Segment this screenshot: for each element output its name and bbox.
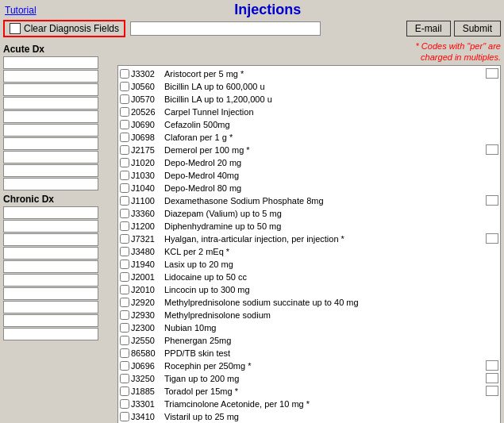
injection-checkbox-18[interactable] bbox=[120, 298, 129, 307]
table-row: 20526Carpel Tunnel Injection bbox=[120, 106, 498, 118]
injection-code: J0570 bbox=[131, 93, 164, 106]
injection-code: J0698 bbox=[131, 131, 164, 144]
injection-checkbox-8[interactable] bbox=[120, 171, 129, 180]
injection-checkbox-0[interactable] bbox=[120, 69, 129, 79]
injection-code: J3360 bbox=[131, 207, 164, 220]
injection-checkbox-22[interactable] bbox=[120, 348, 129, 358]
injection-checkbox-13[interactable] bbox=[120, 234, 129, 244]
clear-diagnosis-button[interactable]: Clear Diagnosis Fields bbox=[3, 20, 125, 37]
injection-code: J0696 bbox=[131, 360, 164, 372]
injection-checkbox-19[interactable] bbox=[120, 310, 129, 320]
table-row: J1030Depo-Medrol 40mg bbox=[120, 169, 498, 182]
table-row: J1940Lasix up to 20 mg bbox=[120, 258, 498, 271]
injection-checkbox-25[interactable] bbox=[120, 386, 129, 396]
table-row: J0696Rocephin per 250mg * bbox=[120, 360, 498, 372]
injection-code: J0690 bbox=[131, 118, 164, 131]
injection-checkbox-12[interactable] bbox=[120, 221, 129, 231]
acute-dx-field-2[interactable] bbox=[3, 70, 98, 83]
acute-dx-field-3[interactable] bbox=[3, 83, 98, 96]
submit-button[interactable]: Submit bbox=[454, 21, 501, 37]
chronic-dx-field-2[interactable] bbox=[3, 220, 98, 233]
acute-dx-field-7[interactable] bbox=[3, 137, 98, 150]
injection-code: 20526 bbox=[131, 106, 164, 118]
chronic-dx-field-1[interactable] bbox=[3, 206, 98, 219]
injection-checkbox-15[interactable] bbox=[120, 260, 129, 269]
chronic-dx-label: Chronic Dx bbox=[3, 194, 114, 205]
table-row: J2920Methylprednisolone sodium succinate… bbox=[120, 296, 498, 309]
injection-checkbox-21[interactable] bbox=[120, 336, 129, 345]
injection-qty-25[interactable] bbox=[486, 386, 498, 396]
injection-checkbox-20[interactable] bbox=[120, 323, 129, 333]
chronic-dx-field-8[interactable] bbox=[3, 301, 98, 313]
injection-checkbox-1[interactable] bbox=[120, 82, 129, 91]
injection-checkbox-16[interactable] bbox=[120, 272, 129, 282]
injection-qty-13[interactable] bbox=[486, 233, 498, 244]
injection-desc: Toradol per 15mg * bbox=[164, 385, 484, 398]
injection-desc: Depo-Medrol 40mg bbox=[164, 169, 498, 182]
injection-checkbox-26[interactable] bbox=[120, 399, 129, 409]
table-row: J2550Phenergan 25mg bbox=[120, 334, 498, 347]
injection-qty-6[interactable] bbox=[486, 144, 498, 155]
injection-code: J0560 bbox=[131, 80, 164, 93]
acute-dx-field-1[interactable] bbox=[3, 56, 98, 69]
injection-code: J3301 bbox=[131, 398, 164, 410]
injection-code: J1030 bbox=[131, 169, 164, 182]
search-input[interactable] bbox=[130, 21, 321, 36]
table-row: J1200Diphenhydramine up to 50 mg bbox=[120, 220, 498, 233]
chronic-dx-field-4[interactable] bbox=[3, 247, 98, 260]
table-row: J1100Dexamethasone Sodium Phosphate 8mg bbox=[120, 194, 498, 207]
tutorial-link[interactable]: Tutorial bbox=[5, 5, 37, 16]
injection-checkbox-24[interactable] bbox=[120, 374, 129, 383]
injection-checkbox-17[interactable] bbox=[120, 285, 129, 294]
table-row: J7321Hyalgan, intra-articular injection,… bbox=[120, 233, 498, 245]
table-row: J2175Demerol per 100 mg * bbox=[120, 144, 498, 156]
acute-dx-field-8[interactable] bbox=[3, 151, 98, 163]
injection-checkbox-9[interactable] bbox=[120, 183, 129, 193]
injection-code: J2550 bbox=[131, 334, 164, 347]
injection-desc: Carpel Tunnel Injection bbox=[164, 106, 498, 118]
injection-desc: Diazepam (Valium) up to 5 mg bbox=[164, 207, 498, 220]
injection-checkbox-4[interactable] bbox=[120, 120, 129, 129]
injection-code: J1885 bbox=[131, 385, 164, 398]
injection-code: J2920 bbox=[131, 296, 164, 309]
injection-checkbox-23[interactable] bbox=[120, 361, 129, 371]
chronic-dx-field-5[interactable] bbox=[3, 260, 98, 273]
table-row: J3250Tigan up to 200 mg bbox=[120, 372, 498, 385]
injection-qty-10[interactable] bbox=[486, 195, 498, 206]
injection-desc: Lidocaine up to 50 cc bbox=[164, 271, 498, 283]
table-row: J3360Diazepam (Valium) up to 5 mg bbox=[120, 207, 498, 220]
injection-checkbox-3[interactable] bbox=[120, 107, 129, 117]
injection-qty-23[interactable] bbox=[486, 360, 498, 371]
injection-checkbox-27[interactable] bbox=[120, 412, 129, 421]
acute-dx-field-10[interactable] bbox=[3, 178, 98, 190]
injection-desc: Nubian 10mg bbox=[164, 321, 498, 334]
injection-code: J1100 bbox=[131, 194, 164, 207]
injection-checkbox-2[interactable] bbox=[120, 94, 129, 104]
injection-code: J7321 bbox=[131, 233, 164, 245]
acute-dx-field-6[interactable] bbox=[3, 124, 98, 137]
injection-checkbox-6[interactable] bbox=[120, 145, 129, 155]
injection-desc: Tigan up to 200 mg bbox=[164, 372, 484, 385]
table-row: J3410Vistaril up to 25 mg bbox=[120, 410, 498, 423]
acute-dx-field-5[interactable] bbox=[3, 110, 98, 123]
chronic-dx-field-3[interactable] bbox=[3, 233, 98, 246]
injection-checkbox-14[interactable] bbox=[120, 247, 129, 256]
chronic-dx-field-7[interactable] bbox=[3, 287, 98, 300]
injection-checkbox-7[interactable] bbox=[120, 158, 129, 167]
injection-code: J3480 bbox=[131, 245, 164, 258]
table-row: J2930Methylprednisolone sodium bbox=[120, 309, 498, 321]
email-button[interactable]: E-mail bbox=[406, 21, 451, 37]
injection-qty-24[interactable] bbox=[486, 373, 498, 383]
injection-checkbox-5[interactable] bbox=[120, 133, 129, 142]
chronic-dx-field-6[interactable] bbox=[3, 274, 98, 286]
table-row: J0698Claforan per 1 g * bbox=[120, 131, 498, 144]
acute-dx-field-9[interactable] bbox=[3, 164, 98, 177]
injection-desc: Diphenhydramine up to 50 mg bbox=[164, 220, 498, 233]
chronic-dx-field-10[interactable] bbox=[3, 328, 98, 340]
injection-qty-0[interactable] bbox=[486, 68, 498, 79]
injection-checkbox-11[interactable] bbox=[120, 209, 129, 218]
acute-dx-field-4[interactable] bbox=[3, 97, 98, 110]
injection-desc: KCL per 2 mEq * bbox=[164, 245, 498, 258]
injection-checkbox-10[interactable] bbox=[120, 196, 129, 206]
chronic-dx-field-9[interactable] bbox=[3, 314, 98, 327]
